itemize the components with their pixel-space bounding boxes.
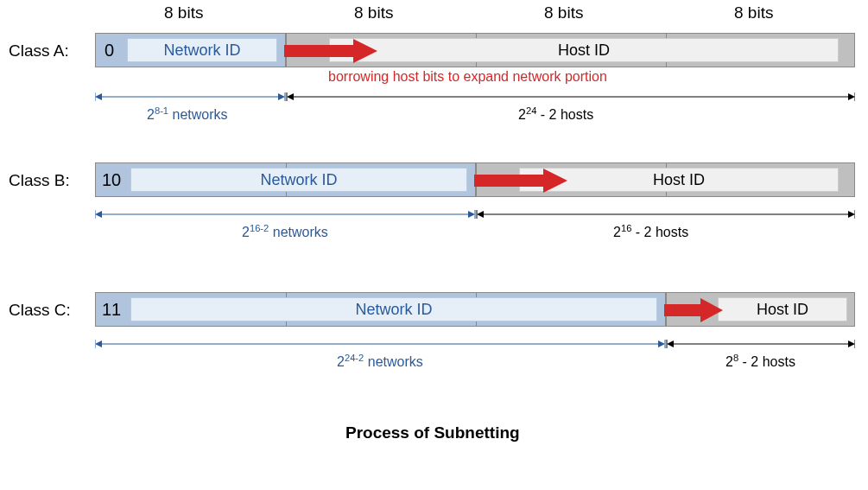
svg-marker-33 bbox=[667, 340, 674, 347]
svg-marker-5 bbox=[278, 93, 285, 100]
svg-marker-4 bbox=[95, 93, 102, 100]
class-c-hosts-count: 28 - 2 hosts bbox=[725, 353, 795, 370]
bits-header-3: 8 bits bbox=[544, 3, 583, 22]
class-b-label: Class B: bbox=[9, 171, 70, 190]
class-c-dimensions bbox=[95, 335, 855, 353]
class-b-hosts-count: 216 - 2 hosts bbox=[613, 223, 688, 240]
borrow-note: borrowing host bits to expand network po… bbox=[328, 69, 607, 85]
svg-marker-29 bbox=[658, 340, 665, 347]
svg-marker-9 bbox=[287, 93, 294, 100]
diagram-caption: Process of Subnetting bbox=[345, 423, 520, 442]
class-a-hosts-count: 224 - 2 hosts bbox=[518, 105, 593, 123]
class-a-label: Class A: bbox=[9, 41, 69, 60]
svg-marker-34 bbox=[848, 340, 855, 347]
class-c-network-id: Network ID bbox=[130, 297, 657, 321]
svg-marker-10 bbox=[848, 93, 855, 100]
class-c-label: Class C: bbox=[9, 301, 71, 320]
svg-marker-17 bbox=[468, 211, 475, 218]
class-a-bar: 0 Network ID Host ID bbox=[95, 33, 855, 67]
class-b-networks-count: 216-2 networks bbox=[242, 223, 328, 240]
class-b-dimensions bbox=[95, 206, 855, 223]
class-c-bar: 11 Network ID Host ID bbox=[95, 292, 855, 327]
class-a-expand-arrow bbox=[284, 37, 379, 65]
svg-marker-21 bbox=[477, 211, 484, 218]
class-b-expand-arrow bbox=[474, 167, 569, 194]
class-b-bar: 10 Network ID Host ID bbox=[95, 162, 855, 197]
svg-marker-28 bbox=[95, 340, 102, 347]
bits-header-4: 8 bits bbox=[734, 3, 773, 22]
svg-marker-16 bbox=[95, 211, 102, 218]
bits-header-2: 8 bits bbox=[354, 3, 393, 22]
class-a-network-id: Network ID bbox=[127, 38, 277, 62]
svg-marker-22 bbox=[848, 211, 855, 218]
class-a-prefix: 0 bbox=[105, 41, 114, 60]
class-a-dimensions bbox=[95, 88, 855, 105]
svg-rect-24 bbox=[664, 304, 700, 316]
subnetting-diagram: 8 bits 8 bits 8 bits 8 bits Class A: 0 N… bbox=[0, 0, 868, 490]
svg-marker-1 bbox=[353, 39, 377, 63]
class-c-expand-arrow bbox=[664, 296, 725, 324]
class-c-prefix: 11 bbox=[102, 300, 121, 320]
svg-marker-25 bbox=[700, 298, 723, 322]
bits-header-1: 8 bits bbox=[164, 3, 203, 22]
svg-rect-0 bbox=[284, 45, 353, 57]
class-c-host-id: Host ID bbox=[718, 297, 847, 321]
svg-rect-12 bbox=[474, 175, 543, 187]
class-a-host-id: Host ID bbox=[329, 38, 839, 62]
svg-marker-13 bbox=[543, 169, 567, 193]
class-b-network-id: Network ID bbox=[130, 168, 467, 192]
class-b-prefix: 10 bbox=[102, 170, 121, 190]
class-c-networks-count: 224-2 networks bbox=[337, 353, 423, 370]
class-a-networks-count: 28-1 networks bbox=[147, 105, 228, 123]
